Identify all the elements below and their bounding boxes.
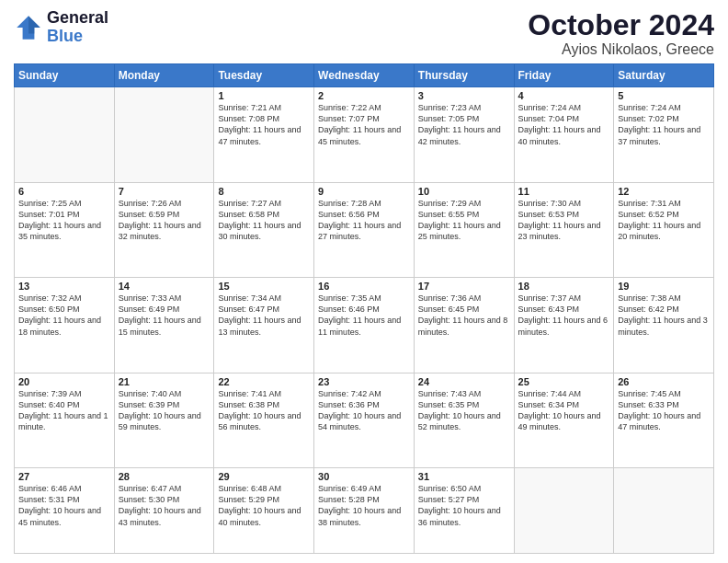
col-monday: Monday [114,64,214,87]
table-row: 24Sunrise: 7:43 AMSunset: 6:35 PMDayligh… [414,373,514,467]
logo: General Blue [14,9,108,46]
logo-line2: Blue [47,28,108,46]
table-row [614,468,714,554]
calendar-subtitle: Ayios Nikolaos, Greece [528,41,714,58]
col-wednesday: Wednesday [314,64,415,87]
table-row: 9Sunrise: 7:28 AMSunset: 6:56 PMDaylight… [314,182,415,277]
table-row: 15Sunrise: 7:34 AMSunset: 6:47 PMDayligh… [214,278,314,373]
day-number: 14 [119,281,210,292]
day-info: Sunrise: 7:42 AMSunset: 6:36 PMDaylight:… [318,388,410,433]
day-info: Sunrise: 7:41 AMSunset: 6:38 PMDaylight:… [218,388,310,433]
day-info: Sunrise: 7:44 AMSunset: 6:34 PMDaylight:… [518,388,610,433]
day-info: Sunrise: 6:46 AMSunset: 5:31 PMDaylight:… [18,483,110,528]
day-number: 7 [119,186,210,197]
table-row: 29Sunrise: 6:48 AMSunset: 5:29 PMDayligh… [214,468,314,554]
day-number: 11 [518,186,610,197]
day-number: 2 [318,90,410,101]
table-row: 8Sunrise: 7:27 AMSunset: 6:58 PMDaylight… [214,182,314,277]
day-info: Sunrise: 7:28 AMSunset: 6:56 PMDaylight:… [318,198,410,243]
day-number: 30 [318,471,410,482]
table-row: 28Sunrise: 6:47 AMSunset: 5:30 PMDayligh… [114,468,214,554]
day-info: Sunrise: 6:47 AMSunset: 5:30 PMDaylight:… [119,483,210,528]
table-row: 12Sunrise: 7:31 AMSunset: 6:52 PMDayligh… [614,182,714,277]
table-row: 14Sunrise: 7:33 AMSunset: 6:49 PMDayligh… [114,278,214,373]
table-row: 10Sunrise: 7:29 AMSunset: 6:55 PMDayligh… [414,182,514,277]
table-row: 1Sunrise: 7:21 AMSunset: 7:08 PMDaylight… [214,87,314,182]
day-number: 26 [618,376,710,387]
day-info: Sunrise: 7:34 AMSunset: 6:47 PMDaylight:… [218,293,310,338]
table-row: 6Sunrise: 7:25 AMSunset: 7:01 PMDaylight… [15,182,115,277]
week-row-3: 13Sunrise: 7:32 AMSunset: 6:50 PMDayligh… [15,278,714,373]
table-row: 26Sunrise: 7:45 AMSunset: 6:33 PMDayligh… [614,373,714,467]
table-row: 11Sunrise: 7:30 AMSunset: 6:53 PMDayligh… [514,182,614,277]
table-row: 17Sunrise: 7:36 AMSunset: 6:45 PMDayligh… [414,278,514,373]
logo-icon [14,13,43,42]
day-number: 9 [318,186,410,197]
week-row-4: 20Sunrise: 7:39 AMSunset: 6:40 PMDayligh… [15,373,714,467]
table-row [114,87,214,182]
table-row: 16Sunrise: 7:35 AMSunset: 6:46 PMDayligh… [314,278,415,373]
table-row: 21Sunrise: 7:40 AMSunset: 6:39 PMDayligh… [114,373,214,467]
day-number: 1 [218,90,310,101]
table-row: 5Sunrise: 7:24 AMSunset: 7:02 PMDaylight… [614,87,714,182]
day-number: 12 [618,186,710,197]
day-number: 24 [418,376,510,387]
table-row: 30Sunrise: 6:49 AMSunset: 5:28 PMDayligh… [314,468,415,554]
day-number: 25 [518,376,610,387]
logo-text: General Blue [47,9,108,46]
day-info: Sunrise: 7:27 AMSunset: 6:58 PMDaylight:… [218,198,310,243]
day-number: 22 [218,376,310,387]
day-info: Sunrise: 7:29 AMSunset: 6:55 PMDaylight:… [418,198,510,243]
day-info: Sunrise: 7:45 AMSunset: 6:33 PMDaylight:… [618,388,710,433]
table-row: 13Sunrise: 7:32 AMSunset: 6:50 PMDayligh… [15,278,115,373]
day-info: Sunrise: 7:30 AMSunset: 6:53 PMDaylight:… [518,198,610,243]
col-tuesday: Tuesday [214,64,314,87]
day-number: 17 [418,281,510,292]
day-number: 28 [119,471,210,482]
table-row: 31Sunrise: 6:50 AMSunset: 5:27 PMDayligh… [414,468,514,554]
day-number: 13 [18,281,110,292]
table-row [514,468,614,554]
day-info: Sunrise: 7:33 AMSunset: 6:49 PMDaylight:… [119,293,210,338]
page: General Blue October 2024 Ayios Nikolaos… [0,0,728,563]
day-info: Sunrise: 7:37 AMSunset: 6:43 PMDaylight:… [518,293,610,338]
day-info: Sunrise: 7:40 AMSunset: 6:39 PMDaylight:… [119,388,210,433]
col-friday: Friday [514,64,614,87]
svg-marker-1 [28,16,40,33]
week-row-5: 27Sunrise: 6:46 AMSunset: 5:31 PMDayligh… [15,468,714,554]
calendar-table: Sunday Monday Tuesday Wednesday Thursday… [14,63,714,554]
day-info: Sunrise: 6:48 AMSunset: 5:29 PMDaylight:… [218,483,310,528]
day-number: 31 [418,471,510,482]
day-info: Sunrise: 7:26 AMSunset: 6:59 PMDaylight:… [119,198,210,243]
day-info: Sunrise: 7:24 AMSunset: 7:04 PMDaylight:… [518,102,610,147]
day-info: Sunrise: 7:36 AMSunset: 6:45 PMDaylight:… [418,293,510,338]
day-info: Sunrise: 7:35 AMSunset: 6:46 PMDaylight:… [318,293,410,338]
table-row: 3Sunrise: 7:23 AMSunset: 7:05 PMDaylight… [414,87,514,182]
day-number: 27 [18,471,110,482]
title-block: October 2024 Ayios Nikolaos, Greece [528,9,714,58]
day-number: 3 [418,90,510,101]
day-info: Sunrise: 7:43 AMSunset: 6:35 PMDaylight:… [418,388,510,433]
table-row [15,87,115,182]
day-number: 6 [18,186,110,197]
day-info: Sunrise: 7:22 AMSunset: 7:07 PMDaylight:… [318,102,410,147]
table-row: 4Sunrise: 7:24 AMSunset: 7:04 PMDaylight… [514,87,614,182]
day-number: 10 [418,186,510,197]
day-info: Sunrise: 7:21 AMSunset: 7:08 PMDaylight:… [218,102,310,147]
day-number: 29 [218,471,310,482]
day-number: 15 [218,281,310,292]
day-number: 5 [618,90,710,101]
header: General Blue October 2024 Ayios Nikolaos… [14,9,714,58]
day-info: Sunrise: 7:24 AMSunset: 7:02 PMDaylight:… [618,102,710,147]
day-number: 21 [119,376,210,387]
day-info: Sunrise: 7:31 AMSunset: 6:52 PMDaylight:… [618,198,710,243]
week-row-2: 6Sunrise: 7:25 AMSunset: 7:01 PMDaylight… [15,182,714,277]
day-info: Sunrise: 7:23 AMSunset: 7:05 PMDaylight:… [418,102,510,147]
table-row: 20Sunrise: 7:39 AMSunset: 6:40 PMDayligh… [15,373,115,467]
day-number: 4 [518,90,610,101]
day-number: 19 [618,281,710,292]
week-row-1: 1Sunrise: 7:21 AMSunset: 7:08 PMDaylight… [15,87,714,182]
day-info: Sunrise: 7:38 AMSunset: 6:42 PMDaylight:… [618,293,710,338]
table-row: 22Sunrise: 7:41 AMSunset: 6:38 PMDayligh… [214,373,314,467]
day-number: 8 [218,186,310,197]
